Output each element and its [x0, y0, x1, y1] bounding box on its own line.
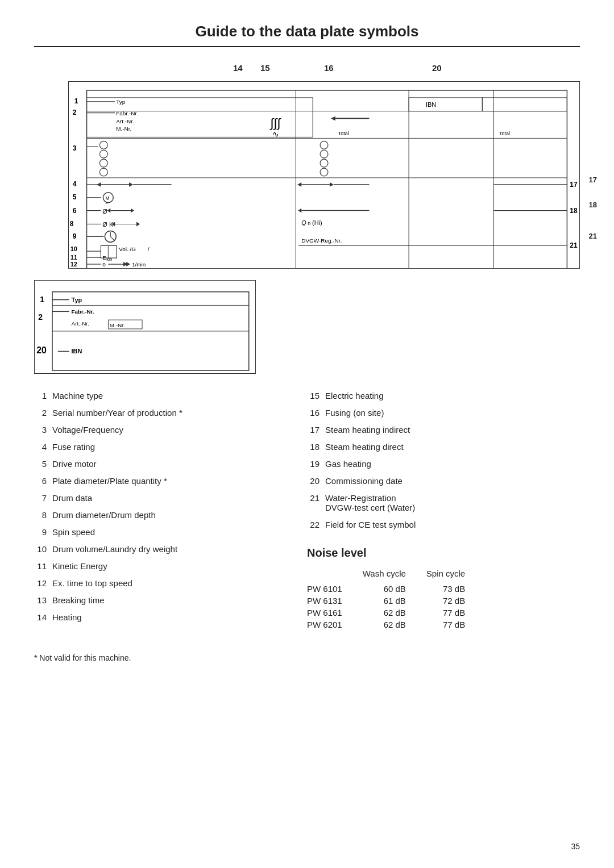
svg-text:1: 1 — [40, 295, 44, 304]
svg-text:5: 5 — [73, 193, 77, 201]
svg-point-22 — [320, 168, 328, 176]
svg-text:12: 12 — [70, 261, 77, 268]
label-14: 14 — [233, 63, 243, 73]
legend-item-10: 10 Drum volume/Laundry dry weight — [34, 544, 307, 554]
noise-wash-2: 61 dB — [352, 595, 416, 607]
svg-text:/: / — [148, 246, 150, 252]
svg-text:20: 20 — [36, 345, 47, 355]
svg-text:Q: Q — [301, 219, 306, 226]
legend-item-15: 15 Electric heating — [307, 391, 580, 400]
noise-spin-3: 77 dB — [416, 607, 475, 619]
legend-right: 15 Electric heating 16 Fusing (on site) … — [307, 391, 580, 631]
noise-row-2: PW 6131 61 dB 72 dB — [307, 595, 475, 607]
legend-item-12: 12 Ex. time to top speed — [34, 578, 307, 588]
label-20: 20 — [432, 63, 442, 73]
svg-text:Total: Total — [499, 131, 510, 136]
noise-wash-3: 62 dB — [352, 607, 416, 619]
svg-marker-26 — [97, 182, 101, 187]
svg-text:kin: kin — [106, 257, 112, 262]
svg-line-60 — [110, 236, 114, 240]
svg-marker-45 — [131, 208, 134, 213]
page-number: 35 — [571, 842, 580, 851]
label-15: 15 — [260, 63, 270, 73]
svg-marker-106 — [331, 116, 335, 121]
noise-spin-2: 72 dB — [416, 595, 475, 607]
svg-text:8: 8 — [70, 220, 74, 228]
svg-text:n: n — [308, 220, 310, 226]
noise-table: Wash cycle Spin cycle PW 6101 60 dB 73 d… — [307, 567, 475, 631]
legend-item-22: 22 Field for CE test symbol — [307, 520, 580, 529]
noise-header-model — [307, 567, 352, 583]
legend-item-14: 14 Heating — [34, 612, 307, 622]
svg-text:Art.-Nr.: Art.-Nr. — [72, 320, 89, 327]
legend-item-6: 6 Plate diameter/Plate quantity * — [34, 476, 307, 486]
legend-item-11: 11 Kinetic Energy — [34, 561, 307, 571]
svg-point-19 — [320, 141, 328, 149]
svg-rect-10 — [409, 98, 482, 111]
noise-spin-1: 73 dB — [416, 583, 475, 595]
svg-text:IBN: IBN — [426, 101, 436, 108]
svg-text:DVGW-Reg.-Nr.: DVGW-Reg.-Nr. — [301, 237, 342, 244]
legend-item-18: 18 Steam heating direct — [307, 442, 580, 452]
svg-text:17: 17 — [570, 181, 578, 189]
svg-text:10: 10 — [70, 245, 77, 252]
svg-text:4: 4 — [73, 180, 77, 188]
svg-marker-30 — [297, 182, 301, 187]
svg-text:∫∫∫: ∫∫∫ — [269, 116, 282, 130]
legend-item-21: 21 Water-Registration DVGW-test cert (Wa… — [307, 493, 580, 512]
svg-text:M: M — [105, 195, 109, 201]
svg-text:Typ: Typ — [116, 99, 125, 105]
svg-text:2: 2 — [38, 312, 43, 322]
legend-item-2: 2 Serial number/Year of production * — [34, 408, 307, 418]
label-21: 21 — [589, 232, 597, 240]
noise-model-1: PW 6101 — [307, 583, 352, 595]
svg-text:2: 2 — [73, 108, 77, 116]
svg-text:0: 0 — [102, 261, 106, 268]
noise-header-wash: Wash cycle — [352, 567, 416, 583]
legend-item-4: 4 Fuse rating — [34, 442, 307, 452]
svg-text:6: 6 — [73, 207, 77, 215]
legend-item-17: 17 Steam heating indirect — [307, 425, 580, 435]
noise-title: Noise level — [307, 546, 580, 560]
svg-text:21: 21 — [570, 241, 578, 249]
noise-model-3: PW 6161 — [307, 607, 352, 619]
svg-text:Fabr.-Nr.: Fabr.-Nr. — [72, 308, 94, 315]
legend-item-5: 5 Drive motor — [34, 459, 307, 469]
svg-point-18 — [99, 168, 107, 176]
legend-left: 1 Machine type 2 Serial number/Year of p… — [34, 391, 307, 631]
page-title: Guide to the data plate symbols — [34, 23, 580, 47]
svg-point-21 — [320, 159, 328, 167]
svg-text:E: E — [102, 254, 106, 261]
noise-row-3: PW 6161 62 dB 77 dB — [307, 607, 475, 619]
svg-text:IBN: IBN — [72, 348, 82, 354]
noise-row-1: PW 6101 60 dB 73 dB — [307, 583, 475, 595]
svg-text:1: 1 — [74, 97, 78, 105]
svg-text:18: 18 — [570, 207, 578, 215]
svg-text:9: 9 — [73, 232, 77, 240]
noise-row-4: PW 6201 62 dB 77 dB — [307, 619, 475, 631]
svg-text:M.-Nr.: M.-Nr. — [116, 126, 131, 132]
svg-text:Ø K: Ø K — [102, 221, 114, 228]
svg-point-15 — [99, 141, 107, 149]
svg-point-17 — [99, 159, 107, 167]
legend-section: 1 Machine type 2 Serial number/Year of p… — [34, 391, 580, 631]
svg-text:Ø: Ø — [102, 208, 107, 215]
legend-item-13: 13 Breaking time — [34, 595, 307, 605]
svg-text:Vol. /G: Vol. /G — [119, 246, 136, 252]
legend-item-20: 20 Commissioning date — [307, 476, 580, 486]
noise-wash-4: 62 dB — [352, 619, 416, 631]
svg-marker-44 — [107, 208, 110, 213]
svg-point-16 — [99, 150, 107, 158]
label-18: 18 — [589, 201, 597, 209]
page: Guide to the data plate symbols 14 15 16… — [0, 0, 614, 868]
svg-marker-56 — [136, 222, 140, 226]
svg-text:Art.-Nr.: Art.-Nr. — [116, 118, 134, 124]
svg-text:1/min: 1/min — [132, 261, 146, 268]
svg-text:M.-Nr.: M.-Nr. — [110, 322, 125, 328]
svg-text:3: 3 — [73, 144, 77, 152]
legend-item-7: 7 Drum data — [34, 493, 307, 503]
legend-item-8: 8 Drum diameter/Drum depth — [34, 510, 307, 520]
svg-marker-84 — [126, 262, 130, 266]
label-16: 16 — [324, 63, 334, 73]
noise-wash-1: 60 dB — [352, 583, 416, 595]
